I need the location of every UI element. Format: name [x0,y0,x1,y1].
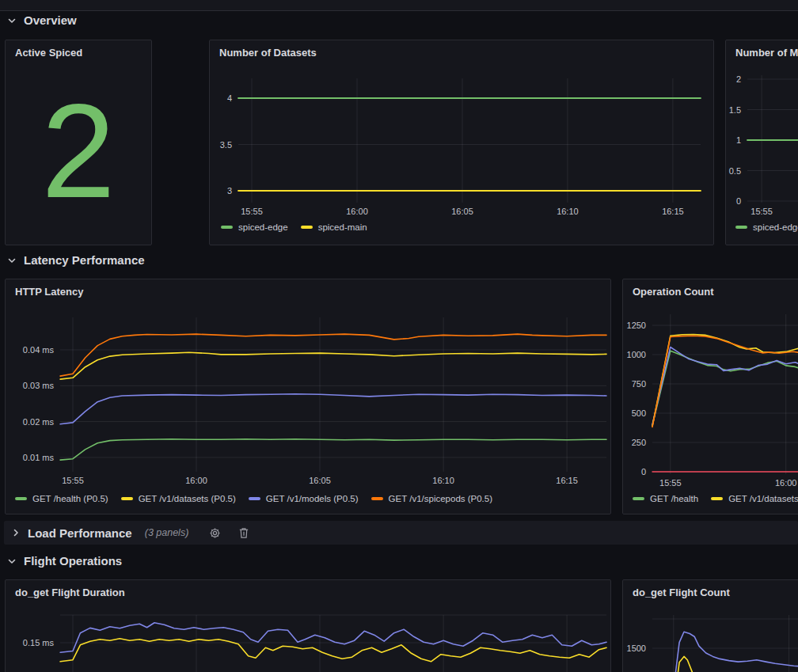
legend-item[interactable]: spiced-main [301,222,367,232]
row-title-latency-performance: Latency Performance [24,253,145,267]
row-title-flight-operations: Flight Operations [24,554,122,568]
panel-title[interactable]: Number of Datasets [219,47,317,59]
y-tick-label: 0.03 ms [23,381,55,390]
legend-swatch [735,226,747,229]
top-bar [0,0,798,11]
y-tick-label: 0.15 ms [23,638,55,647]
legend-swatch [301,226,313,229]
legend-label: GET /v1/datasets [728,494,798,503]
legend-swatch [121,497,133,500]
legend-label: GET /v1/spicepods (P0.5) [389,494,492,503]
y-tick-label: 1 [736,135,741,145]
chevron-down-icon [7,16,17,25]
legend-swatch [15,497,27,500]
x-tick-label: 16:00 [775,478,797,488]
panel-title[interactable]: do_get Flight Count [633,587,730,598]
legend-swatch [633,497,644,500]
y-tick-label: 1250 [627,321,646,330]
chart-canvas[interactable]: 0.01 ms0.02 ms0.03 ms0.04 ms15:5516:0016… [6,279,609,512]
chart-canvas[interactable]: 33.5415:5516:0016:0516:1016:15 [210,40,712,243]
legend-item[interactable]: GET /health [633,494,698,503]
y-tick-label: 3 [227,186,232,196]
panel-title[interactable]: Operation Count [633,286,714,298]
legend-swatch [249,497,260,500]
panel-number-of-models: Number of Models 00.511.5215:5516:00spic… [725,40,798,245]
x-tick-label: 16:00 [185,476,207,485]
y-tick-label: 0.01 ms [23,453,55,462]
panel-operation-count: Operation Count 02505007501000125015:551… [622,279,798,514]
x-tick-label: 16:15 [556,476,578,485]
grafana-dashboard: { "colors":{"green":"#73BF69","yellow":"… [0,0,798,672]
row-panel-count: (3 panels) [145,527,189,538]
series-get-v1-datasets [652,335,798,427]
panel-number-of-datasets: Number of Datasets 33.5415:5516:0016:051… [209,40,714,245]
y-tick-label: 1.5 [729,105,741,115]
y-tick-label: 0.5 [729,166,741,176]
row-header-load-performance[interactable]: Load Performance (3 panels) [4,521,798,545]
trash-icon[interactable] [238,527,249,539]
x-tick-label: 16:10 [557,207,579,216]
stat-value: 2 [41,85,115,218]
y-tick-label: 0 [736,196,741,206]
legend-label: GET /v1/datasets (P0.5) [139,494,236,503]
x-tick-label: 15:55 [241,207,263,216]
panel-do-get-flight-count: do_get Flight Count 1500 [622,579,798,672]
x-tick-label: 16:10 [432,476,454,485]
chevron-right-icon [11,528,21,537]
series-get-v1-models [60,394,606,424]
y-tick-label: 3.5 [220,140,232,150]
y-tick-label: 250 [632,438,646,447]
panel-http-latency: HTTP Latency 0.01 ms0.02 ms0.03 ms0.04 m… [5,279,611,514]
panel-title[interactable]: Number of Models [735,47,798,59]
y-tick-label: 4 [227,93,232,103]
y-tick-label: 1500 [627,644,646,653]
stat-wrap: 2 [6,40,151,245]
x-tick-label: 16:05 [451,207,473,216]
chart-canvas[interactable]: 02505007501000125015:5516:00 [623,279,798,512]
row-header-latency-performance[interactable]: Latency Performance [7,253,145,267]
series-get-health [60,439,606,460]
y-tick-label: 0 [641,467,646,476]
x-tick-label: 15:55 [62,476,84,485]
panel-active-spiced: Active Spiced 2 [5,40,152,245]
panel-title[interactable]: do_get Flight Duration [15,587,125,598]
legend-swatch [371,497,383,500]
chart-canvas[interactable]: 00.511.5215:5516:00 [726,40,798,243]
legend-item[interactable]: spiced-edge [735,222,798,232]
chart-legend: GET /healthGET /v1/datasets [633,494,798,503]
gear-icon[interactable] [209,527,221,539]
x-tick-label: 16:00 [346,207,368,216]
row-title-overview: Overview [24,13,77,27]
x-tick-label: 15:55 [659,478,682,488]
legend-label: GET /health [650,494,698,503]
chart-legend: GET /health (P0.5)GET /v1/datasets (P0.5… [15,494,492,503]
legend-label: spiced-edge [753,222,798,232]
legend-item[interactable]: GET /v1/datasets [711,494,798,503]
x-tick-label: 16:15 [662,207,684,216]
legend-label: GET /health (P0.5) [32,494,108,503]
y-tick-label: 0.02 ms [23,417,55,427]
legend-label: spiced-main [318,222,367,232]
series-get-v1-spicepods [60,334,606,376]
legend-item[interactable]: spiced-edge [221,222,288,232]
y-tick-label: 1000 [627,350,646,359]
y-tick-label: 0.04 ms [23,345,55,355]
legend-item[interactable]: GET /v1/spicepods (P0.5) [371,494,492,503]
panel-title[interactable]: HTTP Latency [15,286,83,298]
row-header-flight-operations[interactable]: Flight Operations [7,554,122,568]
series-get-health [652,351,798,425]
legend-swatch [221,226,233,229]
legend-item[interactable]: GET /v1/models (P0.5) [249,494,359,503]
y-tick-label: 500 [632,408,646,418]
y-tick-label: 2 [736,74,741,84]
x-tick-label: 15:55 [750,207,773,216]
legend-item[interactable]: GET /v1/datasets (P0.5) [121,494,236,503]
series-count-blue [652,632,798,672]
series-get-v1-datasets [60,352,606,379]
row-title-load-performance: Load Performance [28,526,132,540]
row-header-overview[interactable]: Overview [7,13,77,27]
panel-title[interactable]: Active Spiced [15,47,82,59]
legend-item[interactable]: GET /health (P0.5) [15,494,108,503]
legend-swatch [711,497,723,500]
chart-legend: spiced-edge [735,222,798,232]
